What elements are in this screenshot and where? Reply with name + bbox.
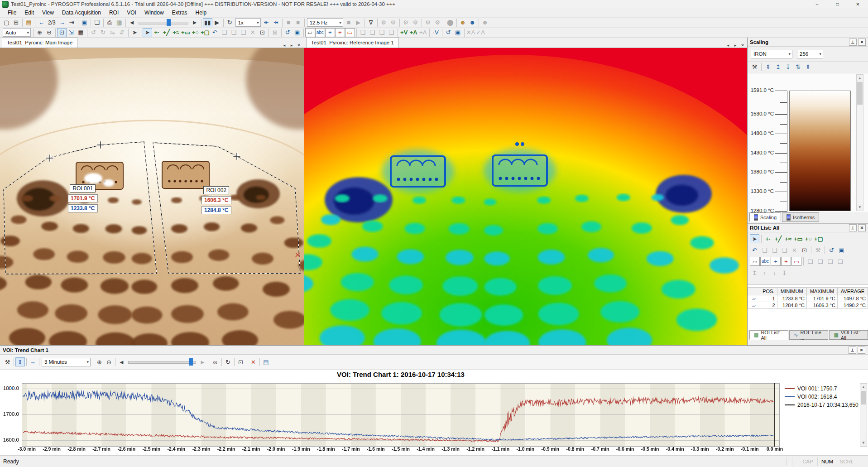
device-settings-button-2[interactable]: ⚙: [388, 18, 398, 27]
menu-roi[interactable]: ROI: [105, 8, 123, 17]
minimize-button[interactable]: –: [807, 0, 827, 8]
roi-list-close-icon[interactable]: ✕: [858, 224, 866, 231]
time-range-select[interactable]: 3 Minutes▾: [42, 358, 91, 366]
tab-scaling[interactable]: Scaling: [749, 212, 781, 222]
roi-red-marker-button[interactable]: +: [781, 257, 791, 266]
play-button[interactable]: ▶: [212, 18, 222, 27]
ref-tab-scroll-right-icon[interactable]: ▸: [732, 43, 739, 48]
fit-to-window-button[interactable]: ⇲: [67, 28, 76, 37]
add-circle-roi-button[interactable]: +○: [191, 28, 200, 37]
autoscale-y-button[interactable]: ⇕: [15, 357, 25, 366]
scale-min-down-button[interactable]: ↧: [783, 63, 793, 72]
delete-voi-button[interactable]: ✕A: [466, 28, 476, 37]
trend-scrollbar[interactable]: ▲ ▼: [860, 383, 867, 447]
blue-marker-button[interactable]: +: [325, 28, 335, 37]
next-frame-button[interactable]: ►: [190, 18, 200, 27]
add-polygon-roi-button[interactable]: +▢: [200, 28, 210, 37]
red-rectangle-button[interactable]: ▭: [345, 28, 355, 37]
user-permissions-button[interactable]: ☻: [480, 18, 490, 27]
reload-rois-button[interactable]: ↺: [283, 28, 293, 37]
pause-button[interactable]: ▮▮: [203, 18, 212, 27]
device-settings-button-1[interactable]: ⚙: [379, 18, 388, 27]
save-vois-button[interactable]: ▣: [453, 28, 463, 37]
print-setup-button[interactable]: ▥: [115, 18, 124, 27]
prev-frame-button[interactable]: ◄: [127, 18, 137, 27]
record-pause-button[interactable]: ■: [293, 18, 303, 27]
roi-copy-button[interactable]: ❏: [780, 246, 789, 255]
roi-select-all-button[interactable]: ⊡: [800, 246, 809, 255]
menu-help[interactable]: Help: [192, 8, 211, 17]
trend-pin-icon[interactable]: ⊥: [849, 347, 856, 354]
edit-voi-button[interactable]: ✓A: [475, 28, 485, 37]
save-rois-button[interactable]: ▣: [293, 28, 302, 37]
paste-roi-button[interactable]: ❏: [220, 28, 229, 37]
select-all-rois-button[interactable]: ⊡: [258, 28, 267, 37]
roi-arrange-front-button[interactable]: ❏: [806, 257, 815, 266]
add-area-voi-button[interactable]: +A: [409, 28, 418, 37]
skip-end-button[interactable]: ↠: [271, 18, 281, 27]
copy-roi-button[interactable]: ❏: [239, 28, 248, 37]
flip-horizontal-button[interactable]: ⇋: [108, 28, 117, 37]
roi-arrange-backward-button[interactable]: ❏: [835, 257, 845, 266]
arrange-backward-button[interactable]: ❏: [387, 28, 396, 37]
ref-tab-close-icon[interactable]: ✕: [739, 43, 746, 48]
roi-edit-polygon-button[interactable]: ▱: [750, 257, 760, 266]
save-button[interactable]: ▣: [80, 18, 89, 27]
zoom-out-time-button[interactable]: ⊖: [104, 357, 114, 366]
new-document-button[interactable]: ▢: [2, 18, 11, 27]
trend-scroll-up-icon[interactable]: ▲: [860, 384, 867, 390]
zoom-out-button[interactable]: ⊖: [44, 28, 54, 37]
roi-properties-button[interactable]: ⊠: [270, 28, 280, 37]
tab-roi-line-[interactable]: ∿ROI: Line ...: [789, 330, 828, 340]
add-point-roi-button[interactable]: +·: [152, 28, 162, 37]
roi-add-polygon-button[interactable]: +▢: [814, 234, 824, 243]
framerate-select[interactable]: 12.5 Hz▾: [307, 18, 343, 27]
roi-add-point-button[interactable]: +·: [763, 234, 773, 243]
frame-slider[interactable]: [139, 19, 188, 27]
refresh-chart-button[interactable]: ↻: [223, 357, 233, 366]
user-button-1[interactable]: ☻: [458, 18, 468, 27]
export-chart-button[interactable]: ▤: [261, 357, 271, 366]
back-button[interactable]: ←: [37, 18, 46, 27]
roi-move-bottom-button[interactable]: ↧: [780, 268, 789, 277]
scale-max-up-button[interactable]: ↥: [773, 63, 783, 72]
select-roi-tool-button[interactable]: ➤: [143, 28, 152, 37]
scroll-thumb[interactable]: [857, 82, 863, 105]
roi-list-pin-icon[interactable]: ⊥: [849, 224, 857, 231]
add-polyline-roi-button[interactable]: +≈: [171, 28, 181, 37]
menu-data-acquisition[interactable]: Data Acquisition: [58, 8, 105, 17]
pixel-grid-button[interactable]: ▦: [76, 28, 86, 37]
open-button[interactable]: ▤: [24, 18, 34, 27]
roi-duplicate-button[interactable]: ❏: [770, 246, 779, 255]
forward-button[interactable]: →: [58, 18, 67, 27]
roi-add-circle-button[interactable]: +○: [804, 234, 813, 243]
device-settings-button-6[interactable]: ⚙: [433, 18, 442, 27]
maximize-button[interactable]: □: [827, 0, 848, 8]
time-scrollbar[interactable]: [128, 358, 196, 366]
roi-arrange-forward-button[interactable]: ❏: [825, 257, 835, 266]
camera-button[interactable]: ⬤: [446, 18, 455, 27]
roi-add-polyline-button[interactable]: +≈: [783, 234, 793, 243]
autoscale-x-button[interactable]: ⇔: [28, 357, 38, 366]
add-line-roi-button[interactable]: +╱: [162, 28, 171, 37]
goto-frame-button[interactable]: ⇥: [67, 18, 77, 27]
tab-roi-list-all[interactable]: ▦ROI List: All: [749, 330, 788, 340]
levels-select[interactable]: 256▾: [797, 50, 823, 58]
roi-move-top-button[interactable]: ↥: [750, 268, 759, 277]
trend-scroll-down-icon[interactable]: ▼: [860, 439, 867, 446]
menu-file[interactable]: File: [4, 8, 20, 17]
label-tool-button[interactable]: abc: [315, 28, 325, 37]
menu-window[interactable]: Window: [140, 8, 168, 17]
print-button[interactable]: ⎙: [105, 18, 115, 27]
scroll-left-button[interactable]: ◄: [117, 357, 126, 366]
record-button[interactable]: ■: [284, 18, 293, 27]
device-settings-button-5[interactable]: ⚙: [423, 18, 433, 27]
filter-button[interactable]: ∇: [366, 18, 376, 27]
link-cursor-button[interactable]: ∞: [211, 357, 220, 366]
zoom-selection-button[interactable]: ⊡: [57, 28, 67, 37]
menu-edit[interactable]: Edit: [20, 8, 38, 17]
zoom-in-time-button[interactable]: ⊕: [95, 357, 104, 366]
close-button[interactable]: ✕: [848, 0, 868, 8]
roi-save-button[interactable]: ▣: [837, 246, 846, 255]
palette-select[interactable]: IRON▾: [751, 50, 792, 58]
